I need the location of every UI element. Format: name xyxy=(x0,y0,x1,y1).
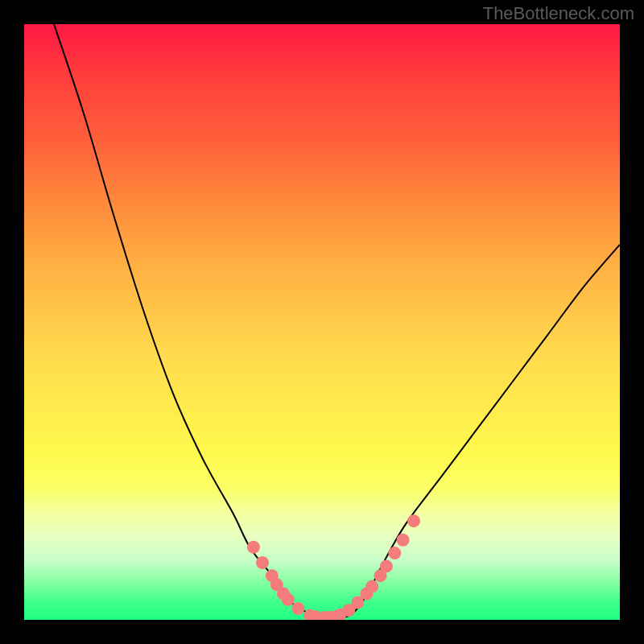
bottleneck-curve xyxy=(54,24,620,618)
data-marker xyxy=(365,580,378,593)
data-marker xyxy=(282,593,295,606)
plot-area xyxy=(24,24,620,620)
watermark-text: TheBottleneck.com xyxy=(483,3,634,24)
data-marker xyxy=(407,514,420,527)
data-marker xyxy=(397,534,410,547)
data-marker xyxy=(388,547,401,559)
data-marker xyxy=(247,541,260,554)
data-marker xyxy=(380,559,393,572)
curve-svg xyxy=(24,24,620,620)
data-marker xyxy=(291,602,304,615)
chart-container: TheBottleneck.com xyxy=(0,0,644,644)
data-marker xyxy=(256,556,269,569)
marker-group xyxy=(247,514,420,620)
